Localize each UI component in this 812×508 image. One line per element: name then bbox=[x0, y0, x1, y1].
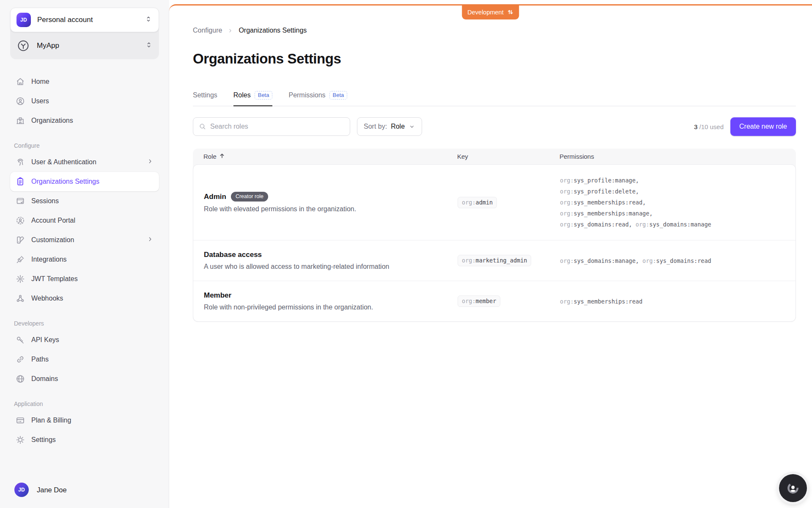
creator-role-badge: Creator role bbox=[231, 192, 268, 202]
create-new-role-button[interactable]: Create new role bbox=[730, 117, 796, 136]
column-header-role[interactable]: Role bbox=[193, 153, 447, 160]
sessions-icon bbox=[15, 196, 25, 206]
sidebar-section-label: Configure bbox=[14, 142, 159, 149]
roles-table-header: RoleKeyPermissions bbox=[193, 149, 796, 164]
sidebar-item-settings[interactable]: Settings bbox=[10, 430, 159, 450]
sidebar-item-customization[interactable]: Customization bbox=[10, 230, 159, 250]
sidebar-item-plan-billing[interactable]: Plan & Billing bbox=[10, 411, 159, 430]
page-title: Organizations Settings bbox=[193, 50, 796, 68]
tab-settings[interactable]: Settings bbox=[193, 91, 217, 106]
tab-roles[interactable]: RolesBeta bbox=[233, 91, 273, 106]
role-permissions: org:sys_profile:manage,org:sys_profile:d… bbox=[549, 175, 796, 230]
settings-icon bbox=[15, 435, 25, 445]
sidebar-item-paths[interactable]: Paths bbox=[10, 350, 159, 369]
environment-badge[interactable]: Development bbox=[462, 6, 519, 19]
sidebar-item-label: Account Portal bbox=[31, 217, 75, 224]
sort-by-value: Role bbox=[391, 123, 405, 130]
user-avatar: JD bbox=[14, 483, 29, 497]
sidebar-item-integrations[interactable]: Integrations bbox=[10, 250, 159, 269]
tab-label: Permissions bbox=[288, 91, 325, 99]
api-keys-icon bbox=[15, 335, 25, 345]
sidebar-item-users[interactable]: Users bbox=[10, 91, 159, 111]
search-icon bbox=[199, 123, 206, 130]
main-area: Development Configure Organizations Sett… bbox=[169, 0, 812, 508]
role-key-chip: org:member bbox=[458, 295, 500, 307]
sidebar-item-label: Sessions bbox=[31, 197, 59, 205]
account-switcher-label: Personal account bbox=[37, 16, 144, 24]
user-menu[interactable]: JD Jane Doe bbox=[10, 480, 159, 500]
customization-icon bbox=[15, 235, 25, 245]
tab-bar: SettingsRolesBetaPermissionsBeta bbox=[193, 91, 796, 106]
sidebar-item-home[interactable]: Home bbox=[10, 72, 159, 91]
tab-label: Roles bbox=[233, 91, 251, 99]
toolbar: Sort by: Role 3 /10 used Create new role bbox=[193, 117, 796, 136]
chevron-down-icon bbox=[409, 123, 415, 130]
integrations-icon bbox=[15, 254, 25, 265]
sidebar-item-label: Plan & Billing bbox=[31, 417, 71, 424]
account-avatar: JD bbox=[16, 13, 31, 27]
sidebar-item-label: Users bbox=[31, 97, 49, 105]
role-description: Role with elevated permissions in the or… bbox=[204, 205, 447, 213]
sidebar-item-jwt-templates[interactable]: JWT Templates bbox=[10, 269, 159, 289]
role-name: Admin bbox=[204, 193, 226, 201]
role-row-member[interactable]: MemberRole with non-privileged permissio… bbox=[193, 281, 796, 321]
clerk-logo-icon bbox=[786, 481, 800, 495]
roles-table-body: AdminCreator roleRole with elevated perm… bbox=[193, 164, 796, 322]
sidebar-item-api-keys[interactable]: API Keys bbox=[10, 330, 159, 350]
app-switcher[interactable]: MyApp bbox=[10, 32, 159, 59]
unfold-icon bbox=[145, 41, 153, 51]
sidebar-item-label: Domains bbox=[31, 375, 58, 383]
role-row-database-access[interactable]: Database accessA user who is allowed acc… bbox=[193, 240, 796, 281]
sidebar-item-account-portal[interactable]: Account Portal bbox=[10, 211, 159, 230]
sidebar-item-label: Webhooks bbox=[31, 295, 63, 302]
chevron-right-icon bbox=[227, 28, 233, 34]
breadcrumb-organizations-settings[interactable]: Organizations Settings bbox=[239, 27, 307, 34]
search-roles-input[interactable] bbox=[210, 123, 344, 130]
sort-by-button[interactable]: Sort by: Role bbox=[357, 117, 422, 136]
sidebar-item-organizations-settings[interactable]: Organizations Settings bbox=[10, 172, 159, 191]
sidebar-item-domains[interactable]: Domains bbox=[10, 369, 159, 389]
sidebar: JD Personal account MyApp HomeUsersOrgan… bbox=[0, 0, 169, 508]
unfold-icon bbox=[144, 15, 153, 25]
tab-label: Settings bbox=[193, 91, 217, 99]
workspace-switcher: JD Personal account MyApp bbox=[10, 8, 159, 59]
account-switcher[interactable]: JD Personal account bbox=[10, 8, 159, 32]
user-authentication-icon bbox=[15, 157, 25, 167]
breadcrumb-configure[interactable]: Configure bbox=[193, 27, 222, 34]
sidebar-nav: HomeUsersOrganizationsConfigureUser & Au… bbox=[10, 72, 159, 450]
sidebar-item-label: User & Authentication bbox=[31, 158, 96, 166]
roles-usage-count: 3 /10 used bbox=[694, 123, 724, 130]
sidebar-item-label: Organizations bbox=[31, 117, 73, 124]
sidebar-item-label: Settings bbox=[31, 436, 56, 444]
sidebar-section-label: Developers bbox=[14, 320, 159, 327]
domains-icon bbox=[15, 374, 25, 384]
user-name: Jane Doe bbox=[37, 486, 67, 494]
main-panel: Development Configure Organizations Sett… bbox=[169, 4, 812, 508]
users-icon bbox=[15, 96, 25, 106]
swap-arrows-icon bbox=[508, 9, 514, 15]
role-name: Member bbox=[204, 291, 231, 300]
column-header-permissions: Permissions bbox=[549, 153, 796, 160]
sidebar-item-sessions[interactable]: Sessions bbox=[10, 191, 159, 211]
myapp-logo-icon bbox=[17, 39, 30, 52]
column-label: Key bbox=[457, 153, 468, 160]
sidebar-item-webhooks[interactable]: Webhooks bbox=[10, 289, 159, 308]
sidebar-item-user-authentication[interactable]: User & Authentication bbox=[10, 152, 159, 172]
webhooks-icon bbox=[15, 293, 25, 304]
tab-permissions[interactable]: PermissionsBeta bbox=[288, 91, 347, 106]
sidebar-item-organizations[interactable]: Organizations bbox=[10, 111, 159, 130]
role-name: Database access bbox=[204, 251, 262, 259]
role-row-admin[interactable]: AdminCreator roleRole with elevated perm… bbox=[193, 165, 796, 240]
plan-billing-icon bbox=[15, 415, 25, 425]
column-header-key: Key bbox=[447, 153, 549, 160]
role-description: A user who is allowed access to marketin… bbox=[204, 263, 447, 271]
sidebar-item-label: Customization bbox=[31, 236, 74, 244]
sort-ascending-icon bbox=[219, 153, 225, 160]
role-key-chip: org:marketing_admin bbox=[458, 255, 531, 266]
sidebar-item-label: Home bbox=[31, 78, 49, 86]
role-description: Role with non-privileged permissions in … bbox=[204, 304, 447, 311]
sidebar-item-label: Paths bbox=[31, 356, 49, 363]
clerk-help-button[interactable] bbox=[779, 474, 807, 502]
chevron-right-icon bbox=[146, 235, 154, 245]
account-portal-icon bbox=[15, 215, 25, 226]
